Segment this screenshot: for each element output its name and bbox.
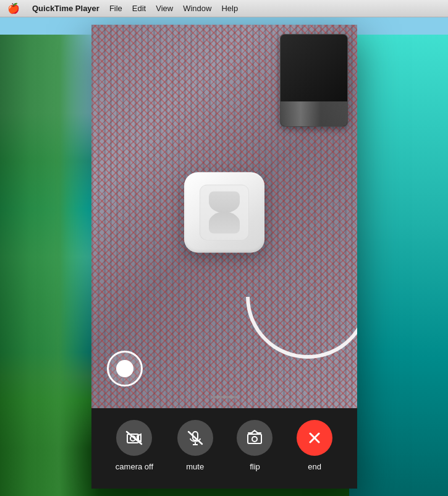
camera-off-icon-circle: [116, 420, 152, 456]
flip-icon-circle: [237, 420, 273, 456]
menu-window[interactable]: Window: [178, 4, 216, 13]
airpods-indent-top: [209, 192, 240, 213]
record-button-inner: [116, 360, 133, 377]
airpods-indent-bottom: [209, 212, 240, 234]
mute-label: mute: [186, 462, 204, 471]
flip-label: flip: [250, 462, 260, 471]
controls-bar: camera off mute: [91, 408, 357, 489]
apple-menu[interactable]: 🍎: [0, 2, 27, 14]
mute-icon-circle: [177, 420, 213, 456]
menu-file[interactable]: File: [104, 4, 127, 13]
airpods-case-front: [200, 185, 249, 241]
svg-point-8: [252, 437, 257, 442]
pip-content: [281, 35, 347, 126]
menu-help[interactable]: Help: [216, 4, 243, 13]
flip-button[interactable]: flip: [237, 420, 273, 471]
bg-left-vegetation: [0, 35, 99, 496]
main-content: camera off mute: [0, 17, 448, 496]
record-button[interactable]: [107, 351, 143, 387]
facetime-window[interactable]: camera off mute: [91, 25, 357, 489]
pip-preview: [280, 34, 348, 127]
mute-icon: [187, 429, 204, 447]
end-icon: [306, 429, 323, 447]
menu-edit[interactable]: Edit: [127, 4, 151, 13]
camera-off-button[interactable]: camera off: [116, 420, 153, 471]
airpods-case: [184, 173, 264, 253]
end-button[interactable]: end: [297, 420, 332, 471]
drag-handle: [212, 396, 237, 398]
mute-button[interactable]: mute: [177, 420, 213, 471]
menu-bar: 🍎 QuickTime Player File Edit View Window…: [0, 0, 448, 17]
camera-feed: [91, 25, 357, 408]
end-icon-circle: [297, 420, 332, 456]
menu-view[interactable]: View: [151, 4, 178, 13]
end-label: end: [308, 462, 321, 471]
bg-right-ocean: [349, 35, 448, 496]
app-name[interactable]: QuickTime Player: [27, 4, 104, 13]
camera-off-label: camera off: [116, 462, 153, 471]
pip-stripe: [281, 101, 347, 126]
flip-icon: [246, 429, 263, 447]
camera-off-icon: [125, 429, 143, 447]
